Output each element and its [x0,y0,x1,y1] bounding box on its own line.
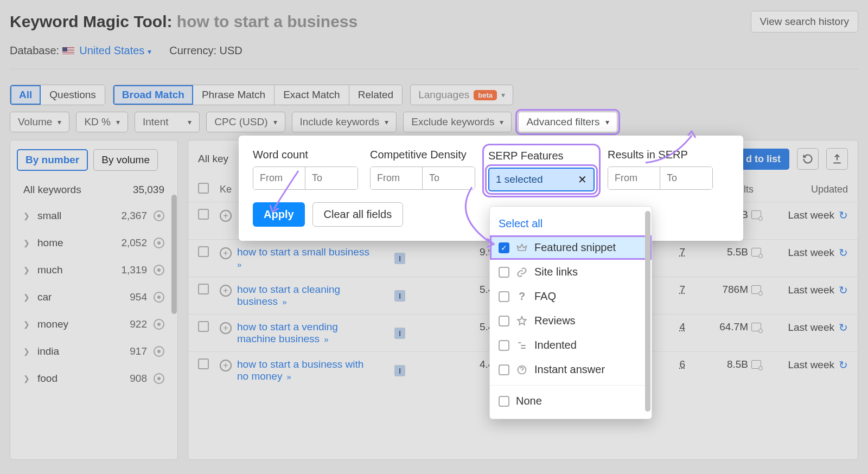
results-value: 64.7M [719,321,748,333]
chevrons-right-icon: » [280,297,287,306]
refresh-row-icon[interactable]: ↻ [839,209,848,222]
column-updated[interactable]: Updated [761,184,848,195]
option-label: Instant answer [534,363,605,376]
exclude-keywords-filter[interactable]: Exclude keywords▾ [403,112,512,132]
serp-feature-option[interactable]: ? FAQ [490,284,652,309]
word-count-label: Word count [253,149,358,161]
serp-features-dropdown[interactable]: 1 selected ✕ [488,168,595,191]
keyword-link[interactable]: how to start a vending machine business … [237,321,373,345]
serp-icon[interactable] [751,285,761,294]
intent-filter[interactable]: Intent ▾ [135,112,200,132]
volume-filter[interactable]: Volume▾ [10,112,69,132]
serp-icon[interactable] [751,323,761,331]
languages-dropdown[interactable]: Languages beta ▾ [410,85,513,105]
tab-related[interactable]: Related [349,85,403,105]
eye-icon[interactable] [154,319,164,330]
comp-density-to-input[interactable] [423,167,475,189]
serp-features-label: SERP Features [488,150,595,162]
group-label: food [37,373,103,385]
chevrons-right-icon: » [322,335,329,344]
sidebar-group-item[interactable]: ❯ food 908 [10,365,177,392]
keyword-link[interactable]: how to start a cleaning business » [237,284,373,308]
eye-icon[interactable] [154,292,164,303]
serp-feature-option[interactable]: Reviews [490,309,652,333]
row-checkbox[interactable] [198,209,209,220]
eye-icon[interactable] [154,265,164,276]
refresh-row-icon[interactable]: ↻ [839,246,848,259]
all-keywords-label[interactable]: All keywords [23,184,81,196]
expand-icon[interactable]: + [220,247,232,259]
word-count-from-input[interactable] [253,167,305,189]
serp-icon[interactable] [751,248,761,257]
results-to-input[interactable] [660,167,712,189]
row-checkbox[interactable] [198,246,209,257]
clear-all-fields-button[interactable]: Clear all fields [312,202,404,227]
group-label: money [37,318,103,330]
view-history-button[interactable]: View search history [751,11,858,33]
serp-feature-option[interactable]: Instant answer [490,357,652,382]
expand-icon[interactable]: + [220,210,232,222]
tab-questions[interactable]: Questions [41,85,105,105]
database-selector[interactable]: United States ▾ [79,44,151,56]
eye-icon[interactable] [154,346,164,357]
refresh-row-icon[interactable]: ↻ [839,284,848,297]
eye-icon[interactable] [154,210,164,221]
cpc-filter[interactable]: CPC (USD)▾ [206,112,285,132]
add-to-list-button[interactable]: d to list [737,149,789,170]
option-label: FAQ [534,290,556,303]
eye-icon[interactable] [154,238,164,248]
tab-phrase-match[interactable]: Phrase Match [193,85,275,105]
sidebar-group-item[interactable]: ❯ money 922 [10,311,177,338]
serp-feature-option[interactable]: Site links [490,260,652,284]
sidebar-scrollbar[interactable] [171,195,177,314]
serp-icon[interactable] [751,210,761,219]
keyword-groups-sidebar: By number By volume All keywords 35,039 … [10,140,178,460]
select-all-option[interactable]: Select all [490,212,652,235]
row-checkbox[interactable] [198,321,209,332]
advanced-filters-button[interactable]: Advanced filters▾ [518,112,617,132]
word-count-to-input[interactable] [305,167,358,189]
clear-serp-icon[interactable]: ✕ [578,173,587,186]
keyword-link[interactable]: how to start a business with no money » [237,358,373,382]
refresh-button[interactable] [797,148,819,170]
checkbox-icon [499,291,509,302]
select-all-checkbox[interactable] [198,183,209,194]
tab-broad-match[interactable]: Broad Match [113,85,193,105]
tab-exact-match[interactable]: Exact Match [275,85,349,105]
expand-icon[interactable]: + [220,322,232,334]
results-from-input[interactable] [608,167,660,189]
eye-icon[interactable] [154,373,164,384]
serp-feature-option[interactable]: ✓ Featured snippet [490,235,652,260]
tab-by-number[interactable]: By number [17,149,88,171]
star-icon [516,315,528,327]
results-heading: All key [198,153,228,165]
refresh-row-icon[interactable]: ↻ [839,358,848,371]
row-checkbox[interactable] [198,358,209,369]
serp-feature-option[interactable]: Indented [490,333,652,357]
include-keywords-filter[interactable]: Include keywords▾ [292,112,397,132]
seven-cell: 7 [663,284,685,296]
expand-icon[interactable]: + [220,285,232,297]
sidebar-group-item[interactable]: ❯ car 954 [10,284,177,311]
group-count: 917 [109,345,147,357]
kd-filter[interactable]: KD %▾ [76,112,128,132]
expand-icon[interactable]: + [220,360,232,371]
keyword-link[interactable]: how to start a small business » [237,246,373,270]
row-checkbox[interactable] [198,284,209,294]
sidebar-group-item[interactable]: ❯ india 917 [10,338,177,365]
comp-density-from-input[interactable] [371,167,423,189]
export-button[interactable] [826,148,848,170]
serp-icon[interactable] [751,360,761,369]
refresh-row-icon[interactable]: ↻ [839,321,848,334]
dropdown-scrollbar[interactable] [645,211,650,412]
search-query: how to start a business [177,12,358,30]
question-icon: ? [516,291,528,303]
tab-by-volume[interactable]: By volume [93,149,158,171]
sidebar-group-item[interactable]: ❯ small 2,367 [10,202,177,229]
apply-button[interactable]: Apply [253,202,305,227]
serp-option-none[interactable]: None [490,389,652,413]
sidebar-group-item[interactable]: ❯ home 2,052 [10,229,177,257]
tool-name: Keyword Magic Tool: [10,12,172,30]
sidebar-group-item[interactable]: ❯ much 1,319 [10,257,177,284]
tab-all[interactable]: All [10,85,41,105]
